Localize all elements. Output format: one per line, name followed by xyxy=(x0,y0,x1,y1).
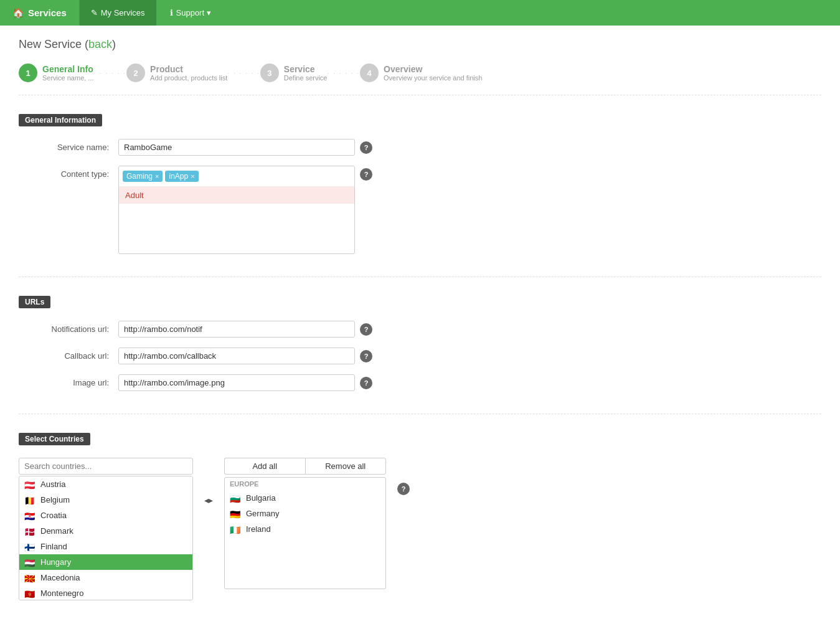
flag-denmark: 🇩🇰 xyxy=(24,527,37,535)
step-2-info: Product Add product, products list xyxy=(150,64,227,82)
tag-inapp-remove[interactable]: × xyxy=(191,173,194,180)
country-item-macedonia[interactable]: 🇲🇰 Macedonia xyxy=(19,570,192,585)
top-navigation: 🏠 Services ✎ My Services ℹ Support ▾ xyxy=(0,0,840,26)
selected-countries-list: EUROPE 🇧🇬 Bulgaria 🇩🇪 Germany 🇮🇪 Ireland xyxy=(224,477,386,589)
general-info-section: General Information Service name: ? Cont… xyxy=(19,114,821,277)
selected-country-ireland[interactable]: 🇮🇪 Ireland xyxy=(225,521,385,537)
content-type-group: Content type: Gaming × inApp × Adult xyxy=(19,166,821,254)
country-item-denmark[interactable]: 🇩🇰 Denmark xyxy=(19,523,192,539)
step-3-title: Service xyxy=(284,64,328,74)
countries-label: Select Countries xyxy=(19,433,90,445)
country-item-montenegro[interactable]: 🇲🇪 Montenegro xyxy=(19,585,192,600)
step-4-circle: 4 xyxy=(360,64,379,82)
countries-right-panel: Add all Remove all EUROPE 🇧🇬 Bulgaria 🇩🇪… xyxy=(224,458,386,589)
service-name-help-icon[interactable]: ? xyxy=(360,141,372,154)
country-name-hungary: Hungary xyxy=(40,557,71,567)
tag-gaming[interactable]: Gaming × xyxy=(123,171,163,182)
selected-country-name-germany: Germany xyxy=(246,509,279,518)
info-icon: ℹ xyxy=(170,8,173,17)
content-type-label: Content type: xyxy=(19,166,118,179)
tag-gaming-label: Gaming xyxy=(126,172,153,181)
region-header-europe: EUROPE xyxy=(225,478,385,490)
flag-belgium: 🇧🇪 xyxy=(24,496,37,504)
add-all-button[interactable]: Add all xyxy=(224,458,305,475)
dropdown-option-adult[interactable]: Adult xyxy=(119,187,354,204)
service-name-group: Service name: ? xyxy=(19,139,821,156)
nav-brand[interactable]: 🏠 Services xyxy=(0,0,79,26)
flag-bulgaria: 🇧🇬 xyxy=(230,494,242,502)
tag-inapp[interactable]: inApp × xyxy=(165,171,198,182)
selected-country-name-ireland: Ireland xyxy=(246,524,271,534)
page-title-area: New Service (back) xyxy=(19,38,821,51)
country-item-croatia[interactable]: 🇭🇷 Croatia xyxy=(19,508,192,523)
step-2-title: Product xyxy=(150,64,227,74)
selected-country-name-bulgaria: Bulgaria xyxy=(246,493,276,503)
step-3-circle: 3 xyxy=(260,64,279,82)
wizard-step-3[interactable]: 3 Service Define service xyxy=(260,64,328,82)
selected-country-bulgaria[interactable]: 🇧🇬 Bulgaria xyxy=(225,490,385,506)
callback-url-help-icon[interactable]: ? xyxy=(360,350,372,362)
country-item-hungary[interactable]: 🇭🇺 Hungary xyxy=(19,554,192,570)
general-info-label: General Information xyxy=(19,114,102,126)
image-url-group: Image url: ? xyxy=(19,374,821,391)
nav-item-my-services[interactable]: ✎ My Services xyxy=(79,0,156,26)
step-4-title: Overview xyxy=(384,64,482,74)
wizard-step-2[interactable]: 2 Product Add product, products list xyxy=(126,64,227,82)
image-url-input[interactable] xyxy=(118,374,355,391)
flag-ireland: 🇮🇪 xyxy=(230,525,242,533)
country-item-finland[interactable]: 🇫🇮 Finland xyxy=(19,539,192,554)
step-3-info: Service Define service xyxy=(284,64,328,82)
countries-search-input[interactable] xyxy=(19,458,193,475)
flag-macedonia: 🇲🇰 xyxy=(24,574,37,582)
wizard-step-4[interactable]: 4 Overview Overview your service and fin… xyxy=(360,64,482,82)
service-name-label: Service name: xyxy=(19,139,118,152)
countries-help-icon[interactable]: ? xyxy=(397,483,410,495)
wizard-steps: 1 General Info Service name, ... · · · ·… xyxy=(19,64,821,95)
country-name-finland: Finland xyxy=(40,542,67,551)
wizard-step-1[interactable]: 1 General Info Service name, ... xyxy=(19,64,94,82)
step-1-circle: 1 xyxy=(19,64,37,82)
wrench-icon: ✎ xyxy=(91,8,98,17)
page-content: New Service (back) 1 General Info Servic… xyxy=(0,26,840,634)
country-name-belgium: Belgium xyxy=(40,495,70,504)
tag-gaming-remove[interactable]: × xyxy=(155,173,159,180)
remove-all-button[interactable]: Remove all xyxy=(305,458,387,475)
country-item-austria[interactable]: 🇦🇹 Austria xyxy=(19,476,192,492)
content-type-tags: Gaming × inApp × xyxy=(119,166,354,186)
nav-item-my-services-label: My Services xyxy=(101,8,145,17)
flag-croatia: 🇭🇷 xyxy=(24,511,37,519)
back-link[interactable]: back xyxy=(88,38,112,50)
service-name-input[interactable] xyxy=(118,139,355,156)
move-right-button[interactable]: ◂▸ xyxy=(204,495,213,505)
content-type-help-icon[interactable]: ? xyxy=(360,168,372,181)
countries-transfer-arrows: ◂▸ xyxy=(199,458,218,505)
callback-url-label: Callback url: xyxy=(19,348,118,361)
step-connector-2: · · · · · · xyxy=(227,70,260,77)
nav-brand-label: Services xyxy=(28,7,67,18)
notifications-url-group: Notifications url: ? xyxy=(19,321,821,338)
flag-montenegro: 🇲🇪 xyxy=(24,589,37,597)
country-item-belgium[interactable]: 🇧🇪 Belgium xyxy=(19,492,192,508)
step-1-info: General Info Service name, ... xyxy=(42,64,94,82)
step-2-circle: 2 xyxy=(126,64,145,82)
nav-item-support[interactable]: ℹ Support ▾ xyxy=(159,0,223,26)
notifications-url-input[interactable] xyxy=(118,321,355,338)
image-url-label: Image url: xyxy=(19,374,118,387)
callback-url-input[interactable] xyxy=(118,348,355,364)
step-1-subtitle: Service name, ... xyxy=(42,74,94,82)
flag-hungary: 🇭🇺 xyxy=(24,558,37,566)
step-3-subtitle: Define service xyxy=(284,74,328,82)
step-4-subtitle: Overview your service and finish xyxy=(384,74,482,82)
country-name-montenegro: Montenegro xyxy=(40,589,83,598)
tag-inapp-label: inApp xyxy=(169,172,188,181)
content-type-multiselect[interactable]: Gaming × inApp × Adult xyxy=(118,166,355,254)
callback-url-group: Callback url: ? xyxy=(19,348,821,364)
image-url-help-icon[interactable]: ? xyxy=(360,377,372,389)
notifications-url-help-icon[interactable]: ? xyxy=(360,323,372,336)
countries-left-panel: 🇦🇹 Austria 🇧🇪 Belgium 🇭🇷 Croatia 🇩🇰 Denm… xyxy=(19,458,193,600)
countries-available-list: 🇦🇹 Austria 🇧🇪 Belgium 🇭🇷 Croatia 🇩🇰 Denm… xyxy=(19,476,193,600)
chevron-down-icon: ▾ xyxy=(207,8,211,17)
selected-country-germany[interactable]: 🇩🇪 Germany xyxy=(225,506,385,521)
countries-actions: Add all Remove all xyxy=(224,458,386,475)
flag-germany: 🇩🇪 xyxy=(230,509,242,518)
